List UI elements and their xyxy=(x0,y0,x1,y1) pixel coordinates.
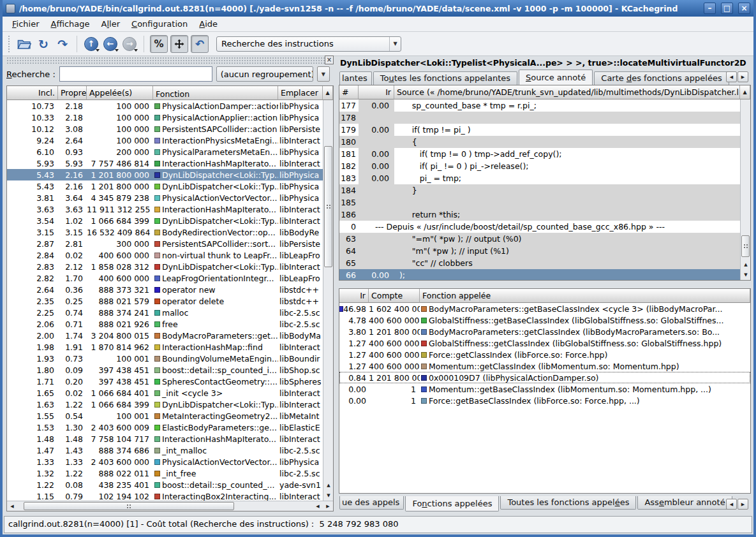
dock-handle[interactable]: × xyxy=(6,57,334,64)
column-header-ir[interactable]: Ir xyxy=(359,85,394,99)
function-row[interactable]: 1.98 1.91 1 870 814 962 InteractionHashM… xyxy=(7,341,323,353)
source-line-row[interactable]: 64 "m"( *pw ); // input (%1) xyxy=(339,245,740,257)
function-row[interactable]: 1.22 0.08 438 235 401 boost::detail::sp_… xyxy=(7,479,323,490)
function-row[interactable]: 2.84 0.02 400 600 000 non-virtual thunk … xyxy=(7,249,323,261)
callee-row[interactable]: 0.84 1 201 800 000 0x000109D7 (libPhysic… xyxy=(339,372,750,383)
column-header-self[interactable]: Propre xyxy=(58,86,87,100)
tab[interactable]: Source annoté xyxy=(519,70,593,85)
scroll-down-icon[interactable]: ▼ xyxy=(323,490,333,501)
function-row[interactable]: 5.43 2.16 1 201 800 000 DynLibDispatcher… xyxy=(7,180,323,192)
column-header-called[interactable]: Appelée(s) xyxy=(87,86,153,100)
titlebar[interactable]: /home/bruno/YADE/bin/callgrind.out.8281(… xyxy=(3,0,753,17)
function-row[interactable]: 2.25 0.74 888 374 241 malloc libc-2.5.sc xyxy=(7,307,323,318)
reload-icon[interactable]: ↻ xyxy=(35,36,52,52)
tab[interactable]: Assembleur annoté xyxy=(637,496,732,510)
callee-row[interactable]: 1.27 400 600 000 Momentum::getClassIndex… xyxy=(339,360,750,372)
function-row[interactable]: 2.06 0.71 888 021 926 free libc-2.5.sc xyxy=(7,318,323,330)
menu-item[interactable]: Fichier xyxy=(6,17,45,31)
open-file-icon[interactable] xyxy=(16,36,33,52)
source-line-row[interactable]: 181 0.00 if( tmp != 0 ) tmp->add_ref_cop… xyxy=(339,148,740,160)
callee-row[interactable]: 3.80 1 201 800 000 BodyMacroParameters::… xyxy=(339,326,750,337)
function-row[interactable]: 2.83 2.12 1 858 028 312 DynLibDispatcher… xyxy=(7,261,323,272)
source-line-row[interactable]: 184 } xyxy=(339,184,740,196)
function-row[interactable]: 5.93 5.93 7 757 486 814 InteractionHashM… xyxy=(7,158,323,169)
callee-row[interactable]: 0.00 1 Momentum::getBaseClassIndex (libM… xyxy=(339,383,750,395)
expand-all-areas-toggle[interactable] xyxy=(170,35,188,53)
scroll-left-icon[interactable]: ◀ xyxy=(7,501,17,511)
function-row[interactable]: 1.71 0.20 397 438 451 SpheresContactGeom… xyxy=(7,376,323,387)
source-line-row[interactable]: 185 xyxy=(339,196,740,209)
function-row[interactable]: 6.10 0.93 200 000 PhysicalParametersMeta… xyxy=(7,146,323,158)
function-row[interactable]: 9.24 2.64 100 000 InteractionPhysicsMeta… xyxy=(7,135,323,146)
tab-scroll-right-icon[interactable]: ▶ xyxy=(737,499,748,510)
function-row[interactable]: 1.93 0.73 100 001 BoundingVolumeMetaEngi… xyxy=(7,353,323,364)
callee-row[interactable]: 1.27 400 600 000 Force::getClassIndex (l… xyxy=(339,349,750,360)
function-row[interactable]: 1.48 1.48 7 758 104 717 InteractionHashM… xyxy=(7,433,323,445)
dock-close-icon[interactable]: × xyxy=(325,55,334,64)
horizontal-scrollbar[interactable]: ◀ ◀ ▶ xyxy=(7,501,333,511)
function-row[interactable]: 1.47 1.43 888 374 686 _int_malloc libc-2… xyxy=(7,445,323,456)
function-row[interactable]: 2.35 0.25 888 021 579 operator delete li… xyxy=(7,295,323,307)
column-header-count[interactable]: Compte xyxy=(369,289,420,303)
function-row[interactable]: 1.65 0.02 1 066 684 401 _init <cycle 3> … xyxy=(7,387,323,399)
menu-item[interactable]: Aller xyxy=(96,17,126,31)
scrollbar-thumb[interactable] xyxy=(24,502,234,510)
menu-item[interactable]: Aide xyxy=(193,17,223,31)
grouping-select[interactable]: (aucun regroupement) xyxy=(216,66,313,82)
scrollbar-thumb[interactable] xyxy=(324,146,332,267)
function-row[interactable]: 3.15 3.15 16 532 409 864 BodyRedirection… xyxy=(7,226,323,238)
grouping-chevron-down-icon[interactable]: ▼ xyxy=(317,66,330,82)
tab[interactable]: Toutes les fonctions appelantes xyxy=(373,71,517,85)
vertical-scrollbar[interactable]: ▲ ▼ xyxy=(323,100,333,501)
function-row[interactable]: 10.33 2.18 100 000 PhysicalActionApplier… xyxy=(7,112,323,123)
column-header-ir[interactable]: Ir xyxy=(339,289,369,303)
column-header-source[interactable]: Source (« /home/bruno/YADE/trunk_svn_upd… xyxy=(394,85,740,99)
tab[interactable]: lantes xyxy=(339,71,372,85)
menu-item[interactable]: Affichage xyxy=(45,17,96,31)
tab-scroll-left-icon[interactable]: ◀ xyxy=(726,499,737,510)
function-row[interactable]: 5.43 2.16 1 201 800 000 DynLibDispatcher… xyxy=(7,169,323,180)
tab-scroll-right-icon[interactable]: ▶ xyxy=(737,71,748,82)
function-row[interactable]: 1.32 1.22 888 022 011 _int_free libc-2.5… xyxy=(7,467,323,479)
forward-cycle-icon[interactable]: ↷ xyxy=(54,36,71,52)
maximize-icon[interactable]: □ xyxy=(721,3,733,14)
column-header-location[interactable]: Emplacer xyxy=(278,86,323,100)
function-row[interactable]: 3.54 1.02 1 066 684 399 DynLibDispatcher… xyxy=(7,215,323,226)
source-line-row[interactable]: 183 0.00 pi_ = tmp; xyxy=(339,172,740,184)
scroll-up-icon[interactable]: ▲ xyxy=(741,260,750,270)
forward-icon[interactable]: → xyxy=(121,36,138,52)
sort-asc-icon[interactable]: ▲ xyxy=(740,85,750,99)
tab-scroll-left-icon[interactable]: ◀ xyxy=(726,71,737,82)
source-line-row[interactable]: 179 0.00 if( tmp != pi_ ) xyxy=(339,124,740,136)
function-row[interactable]: 3.81 3.64 4 345 879 238 PhysicalActionVe… xyxy=(7,192,323,203)
function-row[interactable]: 1.33 1.33 2 403 600 000 PhysicalActionVe… xyxy=(7,456,323,467)
function-row[interactable]: 3.63 3.63 11 911 312 255 InteractionHash… xyxy=(7,203,323,215)
callee-row[interactable]: 46.98 1 602 400 005 BodyMacroParameters:… xyxy=(339,303,750,314)
tab[interactable]: Carte des fonctions appelées xyxy=(594,71,729,85)
up-icon[interactable]: ↑ xyxy=(83,36,100,52)
column-header-incl[interactable]: Incl. xyxy=(7,86,58,100)
scroll-right-icon[interactable]: ▶ xyxy=(323,501,333,511)
callee-row[interactable]: 4.78 400 600 000 GlobalStiffness::getBas… xyxy=(339,314,750,326)
function-row[interactable]: 2.00 1.74 3 204 800 015 BodyMacroParamet… xyxy=(7,330,323,341)
sort-asc-icon[interactable]: ▲ xyxy=(323,86,333,100)
callee-row[interactable]: 0.00 1 Force::getBaseClassIndex (libForc… xyxy=(339,395,750,406)
source-line-row[interactable]: 63 "=m"( *pw ); // output (%0) xyxy=(339,233,740,245)
source-line-row[interactable]: 66 0.00 ); xyxy=(339,269,740,280)
function-row[interactable]: 1.55 0.54 100 001 MetaInteractingGeometr… xyxy=(7,410,323,422)
cycle-detection-toggle[interactable]: ↶ xyxy=(191,35,209,53)
column-header-called-function[interactable]: Fonction appelée xyxy=(420,289,750,303)
toolbar-handle[interactable] xyxy=(8,35,11,53)
scroll-left-icon[interactable]: ◀ xyxy=(313,501,323,511)
function-row[interactable]: 1.53 1.30 2 403 600 009 ElasticBodyParam… xyxy=(7,422,323,433)
function-row[interactable]: 1.80 0.09 397 438 451 boost::detail::sp_… xyxy=(7,364,323,376)
function-row[interactable]: 2.82 1.70 400 600 000 LeapFrogOrientatio… xyxy=(7,272,323,284)
function-row[interactable]: 2.64 0.36 888 373 321 operator new libst… xyxy=(7,284,323,295)
column-header-line[interactable]: # xyxy=(339,85,359,99)
function-row[interactable]: 2.87 2.81 300 000 PersistentSAPCollider:… xyxy=(7,238,323,249)
tab[interactable]: Fonctions appelées xyxy=(405,496,499,511)
source-line-row[interactable]: 186 return *this; xyxy=(339,209,740,221)
search-input[interactable] xyxy=(59,66,212,82)
minimize-icon[interactable]: – xyxy=(704,3,716,14)
scrollbar-thumb[interactable] xyxy=(741,235,750,257)
